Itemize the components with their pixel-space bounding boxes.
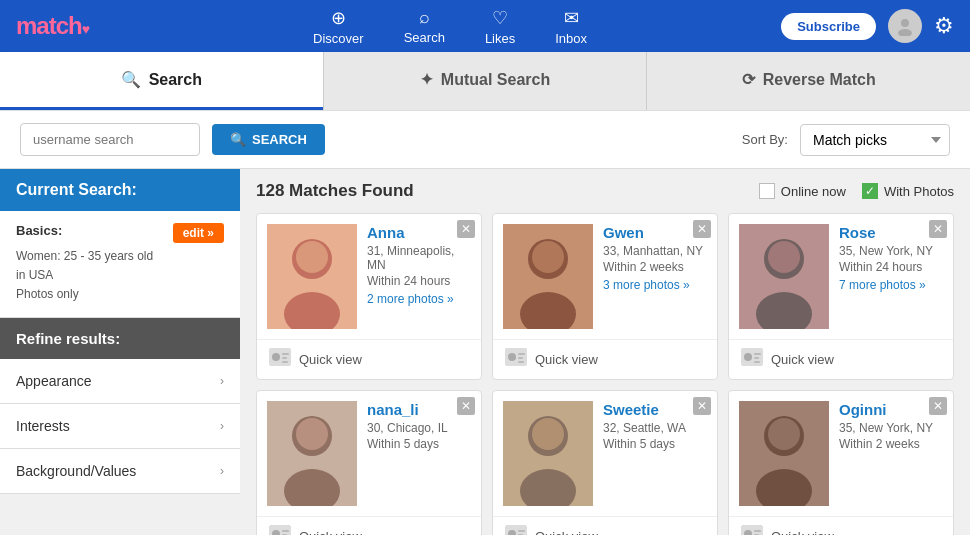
- card-close-sweetie[interactable]: ✕: [693, 397, 711, 415]
- quick-view-svg-rose: [741, 348, 763, 366]
- tab-mutual-search[interactable]: ✦ Mutual Search: [324, 52, 647, 110]
- card-photo-sweetie[interactable]: [503, 401, 593, 506]
- sort-select[interactable]: Match picks Newest Recently Active Dista…: [800, 124, 950, 156]
- card-close-anna[interactable]: ✕: [457, 220, 475, 238]
- quick-view-label-anna: Quick view: [299, 352, 362, 367]
- svg-point-0: [901, 19, 909, 27]
- basics-detail-0: Women: 25 - 35 years old: [16, 247, 224, 266]
- quick-view-icon-oginni: [741, 525, 763, 535]
- nav-item-likes[interactable]: ♡ Likes: [465, 0, 535, 54]
- quick-view-label-sweetie: Quick view: [535, 529, 598, 535]
- card-photo-rose[interactable]: [739, 224, 829, 329]
- card-photo-oginni[interactable]: [739, 401, 829, 506]
- sort-by-label: Sort By:: [742, 132, 788, 147]
- with-photos-checkbox[interactable]: ✓: [862, 183, 878, 199]
- quick-view-sweetie[interactable]: Quick view: [493, 516, 717, 535]
- with-photos-label: With Photos: [884, 184, 954, 199]
- svg-point-50: [768, 418, 800, 450]
- svg-rect-26: [754, 353, 761, 355]
- online-now-filter[interactable]: Online now: [759, 183, 846, 199]
- profile-name-gwen[interactable]: Gwen: [603, 224, 644, 241]
- card-close-rose[interactable]: ✕: [929, 220, 947, 238]
- card-close-oginni[interactable]: ✕: [929, 397, 947, 415]
- results-header: 128 Matches Found Online now ✓ With Phot…: [256, 181, 954, 201]
- more-photos-gwen[interactable]: 3 more photos »: [603, 278, 707, 292]
- card-photo-gwen[interactable]: [503, 224, 593, 329]
- reverse-match-icon: ⟳: [742, 70, 755, 89]
- svg-point-5: [296, 241, 328, 273]
- more-photos-anna[interactable]: 2 more photos »: [367, 292, 471, 306]
- profile-name-sweetie[interactable]: Sweetie: [603, 401, 659, 418]
- avatar[interactable]: [888, 9, 922, 43]
- settings-icon[interactable]: ⚙: [934, 13, 954, 39]
- profile-activity-rose: Within 24 hours: [839, 260, 943, 274]
- svg-point-25: [744, 353, 752, 361]
- quick-view-icon-nana_li: [269, 525, 291, 535]
- quick-view-anna[interactable]: Quick view: [257, 339, 481, 379]
- brand-logo[interactable]: match♥: [16, 12, 89, 40]
- more-photos-rose[interactable]: 7 more photos »: [839, 278, 943, 292]
- username-search-input[interactable]: [20, 123, 200, 156]
- profile-age-location-oginni: 35, New York, NY: [839, 421, 943, 435]
- nav-links: ⊕ Discover ⌕ Search ♡ Likes ✉ Inbox: [119, 0, 781, 54]
- basics-row: Basics: edit »: [16, 223, 224, 243]
- profile-name-nana_li[interactable]: nana_li: [367, 401, 419, 418]
- edit-button[interactable]: edit »: [173, 223, 224, 243]
- matches-found: 128 Matches Found: [256, 181, 743, 201]
- svg-point-1: [898, 29, 912, 36]
- basics-label: Basics:: [16, 223, 62, 238]
- profile-photo-sweetie: [503, 401, 593, 506]
- search-btn-icon: 🔍: [230, 132, 246, 147]
- card-close-gwen[interactable]: ✕: [693, 220, 711, 238]
- sidebar: Current Search: Basics: edit » Women: 25…: [0, 169, 240, 535]
- nav-right: Subscribe ⚙: [781, 9, 954, 43]
- refine-background-values[interactable]: Background/Values ›: [0, 449, 240, 494]
- profile-activity-oginni: Within 2 weeks: [839, 437, 943, 451]
- card-close-nana_li[interactable]: ✕: [457, 397, 475, 415]
- profile-card-nana_li: ✕ nana_li 30, Chicago, IL Within 5 days: [256, 390, 482, 535]
- nav-item-discover[interactable]: ⊕ Discover: [293, 0, 384, 54]
- quick-view-oginni[interactable]: Quick view: [729, 516, 953, 535]
- nav-item-inbox[interactable]: ✉ Inbox: [535, 0, 607, 54]
- chevron-right-icon: ›: [220, 374, 224, 388]
- svg-rect-10: [282, 361, 288, 363]
- quick-view-icon-sweetie: [505, 525, 527, 535]
- card-photo-anna[interactable]: [267, 224, 357, 329]
- reverse-match-label: Reverse Match: [763, 71, 876, 89]
- tab-search[interactable]: 🔍 Search: [0, 52, 323, 110]
- refine-interests[interactable]: Interests ›: [0, 404, 240, 449]
- quick-view-gwen[interactable]: Quick view: [493, 339, 717, 379]
- chevron-right-icon-2: ›: [220, 419, 224, 433]
- card-photo-nana_li[interactable]: [267, 401, 357, 506]
- tab-reverse-match[interactable]: ⟳ Reverse Match: [647, 52, 970, 110]
- nav-label-inbox: Inbox: [555, 31, 587, 46]
- svg-point-7: [272, 353, 280, 361]
- profile-photo-gwen: [503, 224, 593, 329]
- quick-view-rose[interactable]: Quick view: [729, 339, 953, 379]
- profile-age-location-anna: 31, Minneapolis, MN: [367, 244, 471, 272]
- nav-item-search[interactable]: ⌕ Search: [384, 0, 465, 54]
- quick-view-label-nana_li: Quick view: [299, 529, 362, 535]
- svg-rect-17: [518, 353, 525, 355]
- online-now-label: Online now: [781, 184, 846, 199]
- current-search-header: Current Search:: [0, 169, 240, 211]
- brand-name: match: [16, 12, 82, 39]
- search-button[interactable]: 🔍 SEARCH: [212, 124, 325, 155]
- quick-view-svg-nana_li: [269, 525, 291, 535]
- nav-label-search: Search: [404, 30, 445, 45]
- user-icon: [895, 16, 915, 36]
- with-photos-filter[interactable]: ✓ With Photos: [862, 183, 954, 199]
- chevron-right-icon-3: ›: [220, 464, 224, 478]
- subscribe-button[interactable]: Subscribe: [781, 13, 876, 40]
- quick-view-nana_li[interactable]: Quick view: [257, 516, 481, 535]
- profile-photo-oginni: [739, 401, 829, 506]
- profile-name-oginni[interactable]: Oginni: [839, 401, 887, 418]
- online-now-checkbox[interactable]: [759, 183, 775, 199]
- refine-appearance[interactable]: Appearance ›: [0, 359, 240, 404]
- cards-grid: ✕ Anna 31, Minneapolis, MN Within 24 hou…: [256, 213, 954, 535]
- profile-name-rose[interactable]: Rose: [839, 224, 876, 241]
- profile-name-anna[interactable]: Anna: [367, 224, 405, 241]
- quick-view-icon-anna: [269, 348, 291, 371]
- svg-rect-8: [282, 353, 289, 355]
- refine-interests-label: Interests: [16, 418, 70, 434]
